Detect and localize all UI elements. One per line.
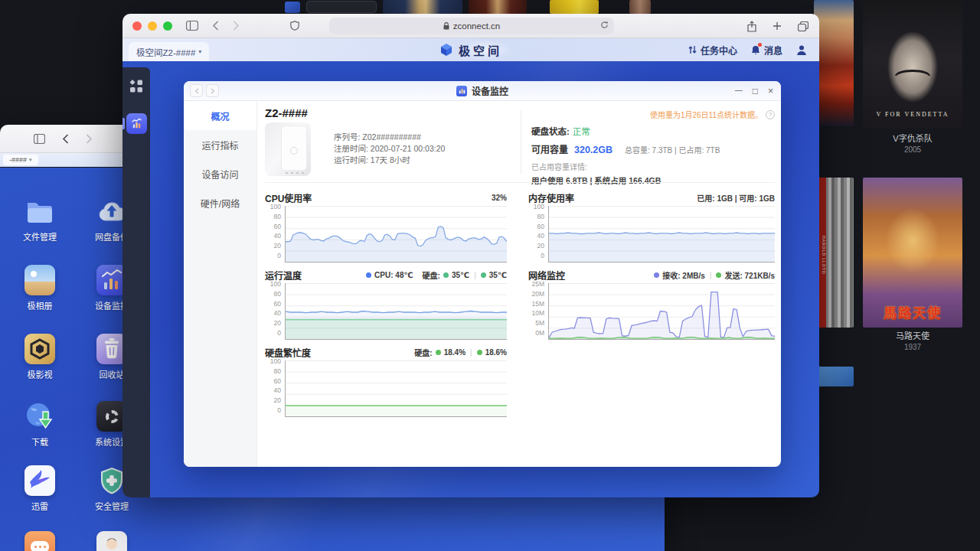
zspace-logo: 极空间 (439, 38, 502, 61)
tab-overview-icon[interactable] (798, 21, 808, 31)
movie-year: 1937 (863, 343, 962, 351)
nas-device-image (265, 122, 311, 176)
screen: V FOR VENDETTA V字仇杀队 2005 HAROLD LLOYD 馬… (0, 0, 980, 551)
front-browser-window: zconnect.cn 极空间Z2-#### ▾ 极空间 任务中心 (122, 14, 819, 497)
divider (521, 110, 521, 174)
browser-titlebar: zconnect.cn (122, 14, 819, 38)
messages-button[interactable]: 消息 (751, 44, 782, 57)
nav-item-overview[interactable]: 概况 (184, 101, 256, 130)
close-window-button[interactable] (132, 21, 142, 31)
movie-app-logo-icon (285, 2, 300, 13)
poster-caption: 马路天使 1937 (863, 329, 962, 351)
chart-title: 网络监控 (528, 269, 565, 282)
poster-street-angel[interactable]: 馬路天使 (863, 178, 962, 328)
chart-legend: 硬盘:18.4%|18.6% (414, 347, 507, 358)
icon-label: 回收站 (100, 368, 125, 380)
desktop-icon-family[interactable] (78, 531, 145, 551)
chart-legend: CPU: 48℃硬盘:35℃|35℃ (366, 269, 507, 281)
chat-icon (24, 531, 55, 551)
lock-icon (443, 22, 449, 30)
icon-label: 极相册 (28, 299, 53, 311)
poster-thumb-1[interactable] (383, 0, 462, 14)
device-summary: Z2-#### 序列号: Z02########## 注册时间: 2020-07… (257, 101, 781, 182)
disk-busy-chart: 硬盘繁忙度硬盘:18.4%|18.6% 100806040200 (265, 346, 507, 417)
desktop-icon-message-board[interactable] (6, 531, 74, 551)
poster-harold-lloyd[interactable]: HAROLD LLOYD (816, 178, 854, 328)
plot-area (548, 206, 775, 262)
poster-thumb-3[interactable] (550, 0, 599, 14)
zspace-logo-icon (439, 43, 453, 57)
new-tab-icon[interactable] (773, 21, 782, 31)
modal-forward-button[interactable] (206, 84, 219, 97)
movie-title: V字仇杀队 (863, 132, 962, 144)
forward-icon[interactable] (86, 134, 93, 144)
storage-summary: 使用量为1月26日11点统计数据。 ? 硬盘状态:正常 可用容量320.2GB总… (531, 109, 775, 186)
titlebar-right-actions (747, 14, 808, 38)
zspace-page: 设备监控 — □ × 概况 运行指标 设备访问 硬件/网络 (122, 61, 819, 497)
mask-art (895, 72, 930, 78)
device-tab[interactable]: 极空间Z2-#### ▾ (129, 42, 209, 61)
available-capacity-link[interactable]: 320.2GB (574, 145, 612, 155)
icon-label: 极影视 (28, 368, 53, 380)
poster-thumb-4[interactable] (629, 0, 651, 14)
movie-search-box[interactable] (306, 1, 377, 13)
modal-content: Z2-#### 序列号: Z02########## 注册时间: 2020-07… (257, 101, 781, 467)
desktop-icon-thunder[interactable]: 迅雷 (6, 465, 74, 512)
browser-tab[interactable]: -#### ▾ (3, 155, 38, 165)
device-monitor-dock-icon[interactable] (126, 113, 147, 134)
y-axis-labels: 25M20M15M10M5M0M (528, 280, 548, 337)
minimize-icon[interactable]: — (735, 86, 743, 96)
sidebar-icon[interactable] (34, 134, 45, 144)
user-icon[interactable] (796, 45, 807, 55)
nav-item-access[interactable]: 设备访问 (184, 159, 256, 188)
device-tab-label: 极空间Z2-#### (136, 46, 195, 58)
help-icon[interactable]: ? (766, 110, 775, 119)
task-center-button[interactable]: 任务中心 (688, 44, 737, 57)
url-bar[interactable]: zconnect.cn (329, 18, 614, 34)
plot-area (285, 206, 507, 262)
plot-area (548, 283, 775, 340)
messages-label: 消息 (764, 44, 782, 57)
device-monitor-icon (456, 86, 467, 96)
desktop-icon-photos[interactable]: 极相册 (6, 265, 74, 311)
download-icon (24, 401, 55, 432)
minimize-window-button[interactable] (148, 21, 157, 31)
reload-icon[interactable] (600, 21, 609, 29)
desktop-icon-movies[interactable]: 极影视 (6, 334, 74, 380)
close-icon[interactable]: × (768, 86, 773, 96)
nav-item-metrics[interactable]: 运行指标 (184, 130, 256, 159)
chart-title: 硬盘繁忙度 (265, 346, 311, 359)
desktop-icon-file-manager[interactable]: 文件管理 (6, 196, 74, 243)
movie-title: 马路天使 (863, 329, 962, 341)
modal-body: 概况 运行指标 设备访问 硬件/网络 Z2-#### 序列号: Z02#####… (184, 101, 781, 467)
forward-icon[interactable] (233, 21, 240, 31)
desktop-icon-download[interactable]: 下载 (6, 401, 74, 448)
share-icon[interactable] (747, 21, 756, 32)
back-icon[interactable] (212, 21, 219, 31)
traffic-lights (132, 21, 172, 31)
back-icon[interactable] (62, 134, 69, 144)
device-name: Z2-#### (265, 106, 308, 119)
content-blocker-shield-icon[interactable] (290, 21, 299, 31)
poster-v-for-vendetta[interactable]: V FOR VENDETTA (863, 0, 962, 129)
temperature-chart: 运行温度CPU: 48℃硬盘:35℃|35℃ 100806040200 (265, 269, 507, 340)
nav-item-hardware[interactable]: 硬件/网络 (184, 188, 256, 217)
task-center-label: 任务中心 (701, 44, 737, 57)
zoom-window-button[interactable] (163, 21, 172, 31)
poster-thumb-2[interactable] (469, 0, 527, 14)
poster-racing[interactable] (814, 0, 854, 126)
usage-detail-value: 用户使用 6.8TB | 系统占用 166.4GB (531, 174, 775, 186)
sidebar-icon[interactable] (186, 21, 198, 31)
notification-dot (758, 43, 762, 47)
poster-caption: V字仇杀队 2005 (863, 132, 962, 154)
folder-icon (24, 196, 55, 227)
chevron-down-icon: ▾ (29, 157, 32, 163)
poster-art-text: 馬路天使 (863, 302, 962, 321)
poster-thumb-5[interactable] (816, 367, 854, 386)
modal-back-button[interactable] (190, 84, 203, 97)
maximize-icon[interactable]: □ (753, 86, 758, 96)
modal-title-group: 设备监控 (456, 84, 508, 97)
modal-sidebar: 概况 运行指标 设备访问 硬件/网络 (184, 101, 257, 467)
launcher-grid-icon[interactable] (130, 80, 143, 93)
avatar-icon (96, 531, 127, 551)
